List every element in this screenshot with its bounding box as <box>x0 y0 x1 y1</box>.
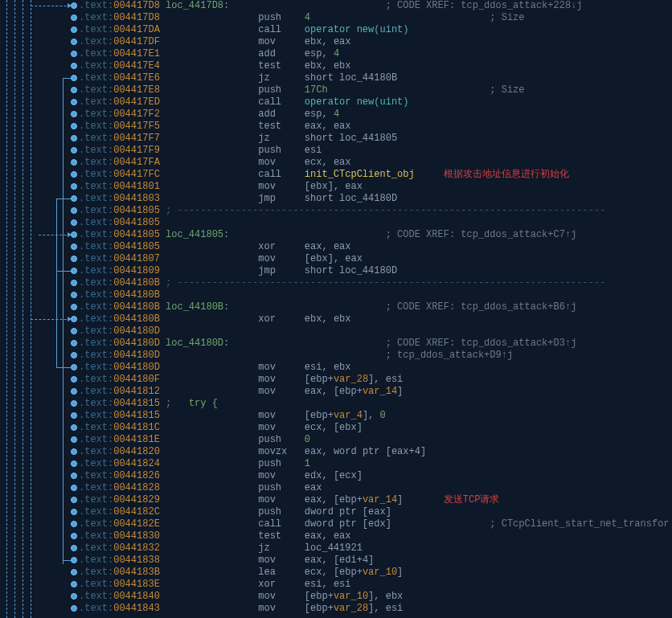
asm-line[interactable]: .text:00441815 mov [ebp+var_4], 0 <box>79 410 672 422</box>
asm-line[interactable]: .text:004417E8 push 17Ch ; Size <box>79 84 672 96</box>
breakpoint-bullet[interactable] <box>71 557 77 563</box>
breakpoint-bullet[interactable] <box>71 509 77 515</box>
asm-line[interactable]: .text:0044180B ; -----------------------… <box>79 277 672 289</box>
breakpoint-bullet[interactable] <box>71 376 77 383</box>
asm-line[interactable]: .text:004417F2 add esp, 4 <box>79 108 672 121</box>
breakpoint-bullet[interactable] <box>71 545 77 551</box>
asm-line[interactable]: .text:0044181C mov ecx, [ebx] <box>79 422 672 434</box>
asm-line[interactable]: .text:00441828 push eax <box>79 482 672 494</box>
breakpoint-bullet[interactable] <box>71 147 77 153</box>
breakpoint-bullet[interactable] <box>71 581 77 587</box>
breakpoint-bullet[interactable] <box>71 171 77 178</box>
breakpoint-bullet[interactable] <box>71 364 77 370</box>
breakpoint-bullet[interactable] <box>71 448 77 455</box>
breakpoint-bullet[interactable] <box>71 316 77 322</box>
asm-line[interactable]: .text:0044183E xor esi, esi <box>79 579 672 591</box>
breakpoint-bullet[interactable] <box>71 219 77 226</box>
breakpoint-bullet[interactable] <box>71 424 77 431</box>
breakpoint-bullet[interactable] <box>71 39 77 45</box>
breakpoint-bullet[interactable] <box>71 268 77 274</box>
asm-line[interactable]: .text:0044180D ; tcp_ddos_attack+D9↑j <box>79 350 672 362</box>
asm-line[interactable]: .text:004417DA call operator new(uint) <box>79 24 672 36</box>
asm-line[interactable]: .text:00441830 test eax, eax <box>79 530 672 542</box>
breakpoint-bullet[interactable] <box>71 231 77 238</box>
breakpoint-bullet[interactable] <box>71 14 77 21</box>
asm-line[interactable]: .text:0044180D <box>79 325 672 338</box>
breakpoint-bullet[interactable] <box>71 485 77 491</box>
asm-line[interactable]: .text:00441824 push 1 <box>79 458 672 470</box>
asm-line[interactable]: .text:004417D8 loc_4417D8: ; CODE XREF: … <box>79 0 672 12</box>
breakpoint-bullet[interactable] <box>71 183 77 190</box>
breakpoint-bullet[interactable] <box>71 436 77 443</box>
asm-line[interactable]: .text:00441807 mov [ebx], eax <box>79 253 672 265</box>
asm-line[interactable]: .text:0044181E push 0 <box>79 434 672 446</box>
breakpoint-bullet[interactable] <box>71 135 77 141</box>
breakpoint-bullet[interactable] <box>71 521 77 527</box>
breakpoint-bullet[interactable] <box>71 75 77 81</box>
asm-line[interactable]: .text:00441805 ; -----------------------… <box>79 205 672 217</box>
breakpoint-bullet[interactable] <box>71 352 77 358</box>
asm-line[interactable]: .text:004417F7 jz short loc_441805 <box>79 133 672 145</box>
asm-line[interactable]: .text:00441815 ; try { <box>79 398 672 410</box>
asm-line[interactable]: .text:0044182C push dword ptr [eax] <box>79 506 672 518</box>
asm-line[interactable]: .text:00441805 xor eax, eax <box>79 241 672 253</box>
asm-line[interactable]: .text:004417FA mov ecx, eax <box>79 157 672 169</box>
asm-line[interactable]: .text:004417E6 jz short loc_44180B <box>79 72 672 84</box>
breakpoint-bullet[interactable] <box>71 605 77 612</box>
code-listing[interactable]: .text:004417D8 loc_4417D8: ; CODE XREF: … <box>79 0 672 618</box>
asm-line[interactable]: .text:00441809 jmp short loc_44180D <box>79 265 672 277</box>
breakpoint-bullet[interactable] <box>71 473 77 479</box>
asm-line[interactable]: .text:00441832 jz loc_441921 <box>79 542 672 555</box>
breakpoint-bullet[interactable] <box>71 412 77 419</box>
asm-line[interactable]: .text:00441820 movzx eax, word ptr [eax+… <box>79 446 672 458</box>
asm-line[interactable]: .text:0044180F mov [ebp+var_28], esi <box>79 374 672 386</box>
breakpoint-bullet[interactable] <box>71 569 77 575</box>
asm-line[interactable]: .text:00441826 mov edx, [ecx] <box>79 470 672 482</box>
asm-line[interactable]: .text:00441829 mov eax, [ebp+var_14] 发送T… <box>79 494 672 506</box>
breakpoint-bullet[interactable] <box>71 304 77 310</box>
breakpoint-bullet[interactable] <box>71 51 77 57</box>
asm-line[interactable]: .text:004417F5 test eax, eax <box>79 121 672 133</box>
breakpoint-bullet[interactable] <box>71 123 77 129</box>
asm-line[interactable]: .text:004417E1 add esp, 4 <box>79 48 672 60</box>
asm-line[interactable]: .text:004417ED call operator new(uint) <box>79 96 672 108</box>
asm-line[interactable]: .text:004417D8 push 4 ; Size <box>79 12 672 24</box>
asm-line[interactable]: .text:0044180D loc_44180D: ; CODE XREF: … <box>79 338 672 350</box>
breakpoint-bullet[interactable] <box>71 111 77 117</box>
breakpoint-bullet[interactable] <box>71 400 77 407</box>
breakpoint-bullet[interactable] <box>71 159 77 166</box>
asm-line[interactable]: .text:00441803 jmp short loc_44180D <box>79 193 672 205</box>
asm-line[interactable]: .text:00441838 mov eax, [edi+4] <box>79 555 672 567</box>
asm-line[interactable]: .text:004417F9 push esi <box>79 145 672 157</box>
asm-line[interactable]: .text:00441843 mov [ebp+var_28], esi <box>79 603 672 615</box>
breakpoint-bullet[interactable] <box>71 533 77 539</box>
asm-line[interactable]: .text:0044180D mov esi, ebx <box>79 362 672 374</box>
asm-line[interactable]: .text:00441812 mov eax, [ebp+var_14] <box>79 386 672 398</box>
breakpoint-bullet[interactable] <box>71 2 77 9</box>
breakpoint-bullet[interactable] <box>71 328 77 334</box>
asm-line[interactable]: .text:0044180B xor ebx, ebx <box>79 313 672 325</box>
breakpoint-bullet[interactable] <box>71 340 77 346</box>
asm-line[interactable]: .text:004417DF mov ebx, eax <box>79 36 672 48</box>
asm-line[interactable]: .text:00441840 mov [ebp+var_10], ebx <box>79 591 672 603</box>
breakpoint-bullet[interactable] <box>71 87 77 93</box>
breakpoint-bullet[interactable] <box>71 207 77 214</box>
breakpoint-bullet[interactable] <box>71 195 77 202</box>
asm-line[interactable]: .text:004417FC call init_CTcpClient_obj … <box>79 169 672 181</box>
breakpoint-bullet[interactable] <box>71 593 77 600</box>
asm-line[interactable]: .text:00441805 <box>79 217 672 229</box>
breakpoint-bullet[interactable] <box>71 27 77 33</box>
breakpoint-bullet[interactable] <box>71 460 77 467</box>
breakpoint-bullet[interactable] <box>71 280 77 286</box>
asm-line[interactable]: .text:00441801 mov [ebx], eax <box>79 181 672 193</box>
breakpoint-bullet[interactable] <box>71 292 77 298</box>
asm-line[interactable]: .text:0044180B loc_44180B: ; CODE XREF: … <box>79 301 672 313</box>
breakpoint-bullet[interactable] <box>71 99 77 105</box>
breakpoint-bullet[interactable] <box>71 256 77 262</box>
breakpoint-bullet[interactable] <box>71 497 77 503</box>
breakpoint-bullet[interactable] <box>71 63 77 69</box>
breakpoint-bullet[interactable] <box>71 388 77 395</box>
asm-line[interactable]: .text:0044180B <box>79 289 672 301</box>
asm-line[interactable]: .text:0044182E call dword ptr [edx] ; CT… <box>79 518 672 530</box>
asm-line[interactable]: .text:00441805 loc_441805: ; CODE XREF: … <box>79 229 672 241</box>
